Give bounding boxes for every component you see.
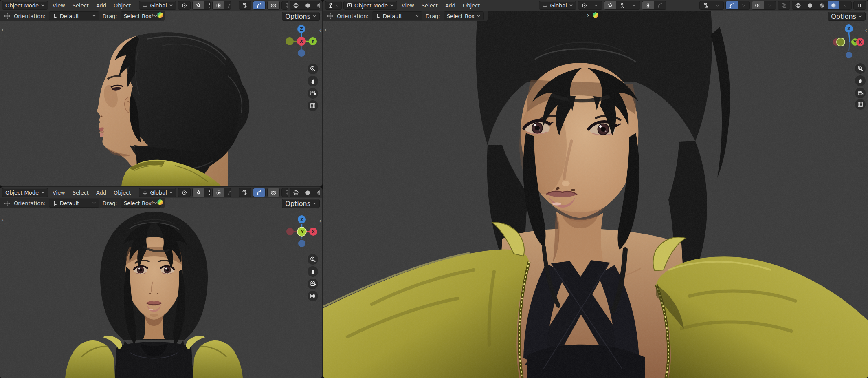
gizmo-axis-neg-z[interactable] bbox=[298, 240, 305, 247]
sidebar-collapse-icon[interactable]: ‹ bbox=[319, 28, 321, 34]
overlays-toggle-icon[interactable] bbox=[752, 1, 764, 9]
menu-view[interactable]: View bbox=[50, 188, 68, 197]
overlays-toggle-icon[interactable] bbox=[268, 188, 279, 197]
chevron-down-icon[interactable] bbox=[764, 1, 776, 9]
chevron-down-icon[interactable] bbox=[738, 1, 749, 9]
tool-orientation-dropdown[interactable]: Default bbox=[372, 11, 422, 20]
chevron-down-icon[interactable] bbox=[265, 188, 266, 197]
mode-dropdown[interactable]: Object Mode bbox=[2, 1, 48, 10]
shading-solid-icon[interactable] bbox=[804, 1, 816, 9]
camera-view-icon[interactable] bbox=[308, 88, 318, 99]
viewport-canvas[interactable]: › ‹ X Z -Y bbox=[0, 198, 322, 378]
pivot-point-icon[interactable] bbox=[178, 1, 190, 9]
menu-object[interactable]: Object bbox=[460, 1, 483, 9]
hdri-preview-ball-icon[interactable] bbox=[592, 12, 599, 18]
snap-magnet-icon[interactable] bbox=[193, 188, 204, 197]
menu-select[interactable]: Select bbox=[70, 188, 92, 197]
navigation-gizmo[interactable]: Y Z X bbox=[284, 24, 319, 58]
mode-dropdown[interactable]: Object Mode bbox=[2, 188, 48, 197]
mode-dropdown[interactable]: Object Mode bbox=[343, 1, 397, 10]
chevron-down-icon[interactable] bbox=[279, 188, 280, 197]
shading-material-icon[interactable] bbox=[314, 1, 320, 9]
zoom-icon[interactable] bbox=[308, 64, 318, 74]
shading-solid-icon[interactable] bbox=[302, 188, 314, 197]
proportional-falloff-icon[interactable] bbox=[224, 1, 231, 9]
chevron-down-icon[interactable] bbox=[628, 1, 640, 9]
chevron-down-icon[interactable] bbox=[190, 188, 191, 197]
menu-object[interactable]: Object bbox=[111, 1, 134, 9]
pivot-point-icon[interactable] bbox=[178, 188, 190, 197]
shading-wireframe-icon[interactable] bbox=[792, 1, 804, 9]
sidebar-collapse-icon[interactable]: ‹ bbox=[319, 218, 321, 224]
orientation-dropdown[interactable]: Global bbox=[539, 1, 576, 10]
chevron-down-icon[interactable] bbox=[265, 1, 266, 9]
move-tool-icon[interactable] bbox=[4, 200, 11, 207]
visibility-icon[interactable] bbox=[239, 188, 251, 197]
xray-toggle-icon[interactable] bbox=[282, 1, 288, 9]
gizmo-axis-neg-x[interactable] bbox=[286, 228, 294, 235]
chevron-down-icon[interactable] bbox=[279, 1, 280, 9]
tool-orientation-dropdown[interactable]: Default bbox=[49, 199, 99, 208]
menu-add[interactable]: Add bbox=[93, 188, 109, 197]
chevron-down-icon[interactable] bbox=[190, 1, 191, 9]
pivot-point-icon[interactable] bbox=[578, 1, 590, 9]
pan-hand-icon[interactable] bbox=[308, 76, 318, 86]
toggle-grid-icon[interactable] bbox=[308, 100, 318, 111]
snap-magnet-icon[interactable] bbox=[604, 1, 616, 9]
options-button[interactable]: Options bbox=[282, 12, 320, 21]
toggle-grid-icon[interactable] bbox=[855, 99, 866, 110]
snap-target-icon[interactable] bbox=[204, 188, 211, 197]
viewport-canvas[interactable]: › ‹ Y X Z bbox=[323, 11, 868, 378]
chevron-down-icon[interactable] bbox=[712, 1, 723, 9]
menu-object[interactable]: Object bbox=[111, 188, 134, 197]
shading-wireframe-icon[interactable] bbox=[290, 188, 302, 197]
navigation-gizmo[interactable]: X Z -Y bbox=[285, 214, 319, 249]
orientation-dropdown[interactable]: Global bbox=[139, 188, 176, 197]
menu-select[interactable]: Select bbox=[70, 1, 92, 9]
xray-toggle-icon[interactable] bbox=[282, 188, 288, 197]
shading-material-icon[interactable] bbox=[314, 188, 320, 197]
proportional-falloff-icon[interactable] bbox=[654, 1, 666, 9]
options-button[interactable]: Options bbox=[828, 12, 866, 21]
expand-arrow-icon[interactable]: › bbox=[152, 199, 154, 206]
viewport-canvas[interactable]: › ‹ Y Z X bbox=[0, 11, 322, 186]
shading-wireframe-icon[interactable] bbox=[290, 1, 302, 9]
orientation-dropdown[interactable]: Global bbox=[139, 1, 176, 10]
visibility-icon[interactable] bbox=[239, 1, 251, 9]
toolbar-expand-icon[interactable]: › bbox=[1, 217, 4, 223]
proportional-editing-icon[interactable] bbox=[213, 1, 224, 9]
proportional-editing-icon[interactable] bbox=[642, 1, 654, 9]
chevron-down-icon[interactable] bbox=[839, 1, 851, 9]
chevron-down-icon[interactable] bbox=[251, 188, 251, 197]
menu-add[interactable]: Add bbox=[93, 1, 109, 9]
shading-rendered-icon[interactable] bbox=[828, 1, 839, 9]
zoom-icon[interactable] bbox=[308, 254, 318, 265]
zoom-icon[interactable] bbox=[855, 63, 866, 74]
gizmos-toggle-icon[interactable] bbox=[253, 188, 265, 197]
proportional-editing-icon[interactable] bbox=[213, 188, 224, 197]
camera-view-icon[interactable] bbox=[308, 279, 318, 289]
proportional-falloff-icon[interactable] bbox=[224, 188, 231, 197]
tool-orientation-dropdown[interactable]: Default bbox=[49, 11, 99, 20]
hdri-preview-ball-icon[interactable] bbox=[157, 12, 163, 18]
options-button[interactable]: Options bbox=[282, 199, 320, 208]
menu-add[interactable]: Add bbox=[442, 1, 458, 9]
shading-solid-icon[interactable] bbox=[302, 1, 314, 9]
snap-target-icon[interactable] bbox=[204, 1, 211, 9]
snap-target-icon[interactable] bbox=[616, 1, 628, 9]
gizmo-axis-neg-y[interactable] bbox=[286, 37, 294, 45]
expand-arrow-icon[interactable]: › bbox=[587, 12, 589, 18]
drag-dropdown[interactable]: Select Box bbox=[444, 11, 484, 20]
toolbar-expand-icon[interactable]: › bbox=[1, 27, 4, 33]
overlays-toggle-icon[interactable] bbox=[268, 1, 279, 9]
chevron-down-icon[interactable] bbox=[590, 1, 602, 9]
gizmo-axis-neg-y[interactable] bbox=[837, 38, 845, 46]
menu-view[interactable]: View bbox=[399, 1, 417, 9]
menu-view[interactable]: View bbox=[50, 1, 68, 9]
visibility-icon[interactable] bbox=[700, 1, 712, 9]
xray-toggle-icon[interactable] bbox=[778, 1, 790, 9]
expand-arrow-icon[interactable]: › bbox=[152, 12, 154, 18]
toolbar-expand-icon[interactable]: › bbox=[324, 27, 327, 33]
move-tool-icon[interactable] bbox=[327, 13, 334, 20]
shading-material-icon[interactable] bbox=[816, 1, 828, 9]
